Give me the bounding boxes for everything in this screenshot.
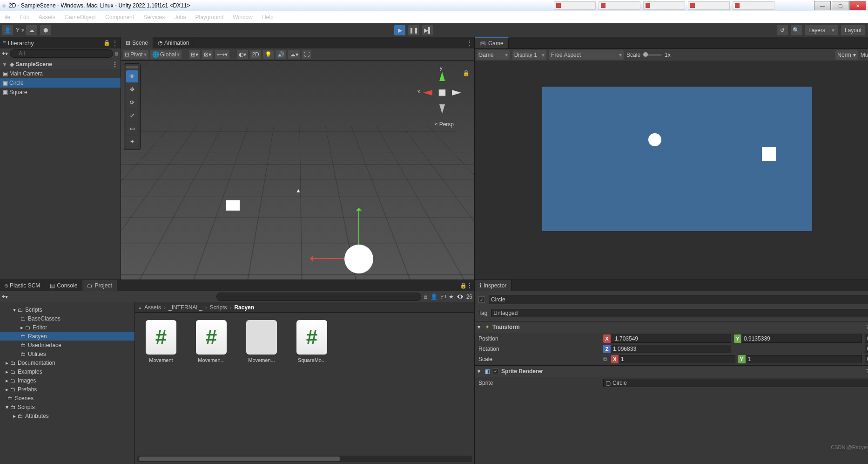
position-y-input[interactable]: [741, 334, 862, 343]
scale-x-input[interactable]: [619, 355, 735, 363]
scene-canvas[interactable]: 👁 ✥ ⟳ ⤢ ▭ ✦ 🔒 y x ≤ Persp: [121, 61, 474, 280]
scale-z-input[interactable]: [865, 355, 868, 363]
minimize-button[interactable]: —: [814, 1, 831, 10]
component-enabled-checkbox[interactable]: ✓: [493, 368, 498, 374]
pivot-dropdown[interactable]: ⊡Pivot▾: [123, 50, 148, 59]
draw-mode-dropdown[interactable]: ◐▾: [237, 50, 248, 59]
perspective-label[interactable]: ≤ Persp: [435, 121, 454, 128]
search-by-type-icon[interactable]: ⧈: [424, 293, 428, 300]
account-icon[interactable]: 👤: [2, 25, 13, 35]
breadcrumb-racyen[interactable]: Racyen: [234, 304, 254, 311]
sprite-field[interactable]: ▢Circle: [603, 379, 868, 387]
folder-documentation[interactable]: ▸🗀Documentation: [0, 358, 135, 367]
folder-scenes[interactable]: 🗀Scenes: [0, 394, 135, 403]
hierarchy-item-square[interactable]: ▣ Square: [0, 88, 121, 97]
pause-button[interactable]: ❚❚: [408, 25, 419, 35]
tab-inspector[interactable]: ℹInspector: [475, 280, 511, 291]
tab-scene[interactable]: ⊞Scene: [121, 37, 153, 48]
close-button[interactable]: ✕: [849, 1, 866, 10]
menu-help[interactable]: Help: [259, 13, 276, 21]
undo-history-icon[interactable]: ↺: [777, 25, 788, 35]
asset-item[interactable]: Movemen...: [243, 320, 280, 363]
tab-project[interactable]: 🗀Project: [82, 280, 117, 291]
grid-toggle[interactable]: ⊞▾: [189, 50, 200, 59]
search-by-label-icon[interactable]: 👤: [431, 293, 437, 300]
search-icon[interactable]: 🔍: [791, 25, 802, 35]
chevron-down-icon[interactable]: ▾: [478, 368, 482, 375]
hierarchy-search-input[interactable]: [10, 49, 113, 58]
gameobject-name-input[interactable]: [489, 295, 868, 304]
hierarchy-item-main-camera[interactable]: ▣ Main Camera: [0, 69, 121, 78]
tab-animation[interactable]: ◔Animation: [153, 37, 194, 48]
folder-editor[interactable]: ▸🗀Editor: [0, 323, 135, 332]
help-icon[interactable]: ?: [866, 324, 868, 330]
audio-toggle[interactable]: 🔊: [276, 50, 286, 59]
menu-file[interactable]: ile: [2, 13, 13, 21]
increment-snap[interactable]: ⟷▾: [215, 50, 229, 59]
asset-item[interactable]: #Movement: [142, 320, 180, 363]
breadcrumb-internal[interactable]: _INTERNAL_: [168, 304, 202, 311]
hierarchy-search-icon[interactable]: ⧈: [115, 50, 119, 57]
account-label[interactable]: Y: [16, 27, 20, 34]
project-search-input[interactable]: [216, 293, 421, 301]
menu-assets[interactable]: Assets: [36, 13, 58, 21]
favorite-icon[interactable]: 🏷: [440, 293, 446, 300]
asset-item[interactable]: #Movemen...: [193, 320, 230, 363]
menu-gameobject[interactable]: GameObject: [62, 13, 99, 21]
normal-dropdown[interactable]: Norm▾: [835, 50, 857, 60]
hidden-icon[interactable]: 👁‍🗨: [457, 293, 464, 300]
gizmos-dropdown[interactable]: ⛶: [302, 50, 311, 59]
hierarchy-scene-row[interactable]: ▾ ◈ SampleScene ⋮: [0, 60, 121, 69]
tab-menu-icon[interactable]: ⋮: [467, 40, 472, 46]
maximize-button[interactable]: ▢: [832, 1, 848, 10]
hierarchy-item-circle[interactable]: ▣ Circle: [0, 78, 121, 88]
scene-camera-icon[interactable]: ▲: [296, 187, 301, 194]
tab-game[interactable]: 🎮Game: [475, 37, 509, 48]
assets-scrollbar[interactable]: [137, 456, 472, 462]
hierarchy-menu-icon[interactable]: ⋮: [112, 40, 118, 46]
hierarchy-lock-icon[interactable]: 🔒: [103, 40, 110, 46]
menu-jobs[interactable]: Jobs: [171, 13, 188, 21]
aspect-dropdown[interactable]: Free Aspect▾: [549, 50, 624, 60]
tab-plastic-scm[interactable]: ⎋Plastic SCM: [0, 280, 45, 291]
layout-dropdown[interactable]: Layout: [841, 25, 865, 35]
cloud-icon[interactable]: ☁: [26, 25, 37, 35]
scale-y-input[interactable]: [746, 355, 862, 363]
layers-dropdown[interactable]: Layers ▾: [805, 25, 838, 35]
folder-utilities[interactable]: 🗀Utilities: [0, 349, 135, 358]
asset-item[interactable]: #SquareMo...: [293, 320, 330, 363]
menu-component[interactable]: Component: [102, 13, 137, 21]
lighting-toggle[interactable]: 💡: [263, 50, 274, 59]
breadcrumb-assets[interactable]: Assets: [144, 304, 161, 311]
folder-examples[interactable]: ▸🗀Examples: [0, 367, 135, 376]
panel-lock-icon[interactable]: 🔒: [460, 282, 467, 289]
play-button[interactable]: ▶: [394, 25, 405, 35]
folder-attributes[interactable]: ▸🗀Attributes: [0, 411, 135, 420]
folder-racyen[interactable]: 🗀Racyen: [0, 332, 135, 341]
rotation-extra-input[interactable]: [865, 345, 868, 353]
folder-images[interactable]: ▸🗀Images: [0, 376, 135, 385]
active-checkbox[interactable]: ✓: [478, 296, 485, 303]
star-icon[interactable]: ★: [449, 293, 454, 300]
breadcrumb-scripts[interactable]: Scripts: [210, 304, 227, 311]
gizmo-y-axis[interactable]: [358, 210, 359, 247]
tag-dropdown[interactable]: Untagged▾: [491, 309, 868, 317]
menu-services[interactable]: Services: [141, 13, 168, 21]
folder-userinterface[interactable]: 🗀UserInterface: [0, 341, 135, 349]
package-icon[interactable]: ⬢: [40, 25, 51, 35]
rect-tool[interactable]: ▭: [126, 123, 138, 135]
help-icon[interactable]: ?: [866, 368, 868, 375]
chevron-down-icon[interactable]: ▾: [478, 324, 482, 330]
mute-toggle[interactable]: Mute A: [861, 52, 868, 58]
panel-menu-icon[interactable]: ⋮: [467, 282, 472, 289]
game-mode-dropdown[interactable]: Game▾: [477, 50, 510, 60]
menu-playground[interactable]: Playground: [193, 13, 227, 21]
display-dropdown[interactable]: Display 1▾: [512, 50, 546, 60]
rotation-z-input[interactable]: [611, 345, 731, 353]
global-dropdown[interactable]: 🌐Global▾: [150, 50, 182, 59]
transform-tool[interactable]: ✦: [126, 136, 138, 148]
folder-scripts-top[interactable]: ▾🗀Scripts: [0, 305, 135, 314]
scale-link-icon[interactable]: ⧉: [603, 356, 607, 362]
rotate-tool[interactable]: ⟳: [126, 96, 138, 109]
menu-window[interactable]: Window: [230, 13, 256, 21]
